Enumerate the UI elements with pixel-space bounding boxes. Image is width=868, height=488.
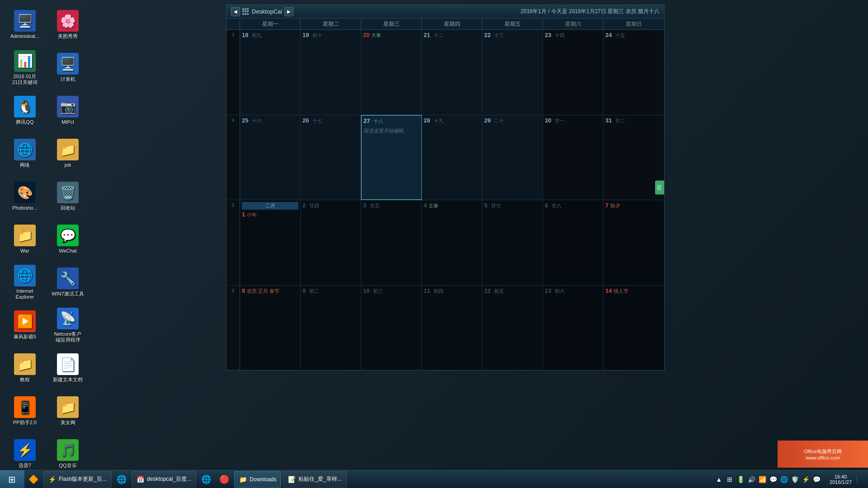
desktop-icon-baofeng5[interactable]: ▶️暴风影霸5 bbox=[5, 305, 45, 346]
taskbar-desktopcal-button[interactable]: 📅 desktopcal_百度... bbox=[132, 471, 196, 488]
calendar-day-feb4[interactable]: 4立春 bbox=[422, 200, 482, 285]
desktop-icon-war[interactable]: 📁War bbox=[5, 219, 45, 260]
start-button[interactable]: ⊞ bbox=[0, 470, 24, 488]
calendar-day-feb9[interactable]: 9初二 bbox=[301, 286, 361, 371]
desktop-icon-label-administrator: Administrat... bbox=[10, 33, 39, 39]
calendar-day-feb11[interactable]: 11初四 bbox=[422, 286, 482, 371]
system-tray: ▲ ⊞ 🔋 🔊 📶 💬 🌐 🛡️ ⚡ 💬 bbox=[711, 475, 825, 484]
calendar-day-jan19[interactable]: 19初十 bbox=[301, 30, 361, 115]
calendar-widget: ◀ DesktopCal ▶ 2016年1月 / 今天是 2016年1月27日 … bbox=[226, 5, 665, 371]
tray-battery-icon[interactable]: 🔋 bbox=[736, 475, 745, 484]
calendar-weekdays: 星期一 星期二 星期三 星期四 星期五 星期六 星期日 bbox=[226, 19, 664, 30]
calendar-day-jan25[interactable]: 25十六 bbox=[240, 115, 301, 200]
calendar-title: DesktopCal bbox=[252, 8, 282, 15]
calendar-day-feb5[interactable]: 5廿七 bbox=[482, 200, 543, 285]
tray-security-icon[interactable]: 🛡️ bbox=[790, 475, 799, 484]
desktop-icon-administrator[interactable]: 🖥️Administrat... bbox=[5, 5, 45, 45]
desktop-icon-label-ppzs: PP助手2.0 bbox=[13, 420, 37, 426]
desktop-icon-label-excel2016: 2016 01月 21日关键词 bbox=[12, 74, 38, 85]
calendar-day-jan27-today[interactable]: 27十八 双击这里开始编辑。 bbox=[361, 115, 422, 200]
weekday-tue: 星期二 bbox=[301, 19, 361, 29]
desktop-icon-meinv[interactable]: 📁美女网 bbox=[47, 391, 88, 432]
tray-wechat-icon[interactable]: 💬 bbox=[769, 475, 778, 484]
calendar-day-feb8[interactable]: 8 农历 正月 春节 bbox=[240, 286, 301, 371]
taskbar-notepad-button[interactable]: 📝 粘贴住_爱_萃样... bbox=[283, 471, 346, 488]
clock-date: 2016/1/27 bbox=[830, 479, 852, 485]
tray-network-icon[interactable]: 📶 bbox=[758, 475, 767, 484]
desktop-icon-computer[interactable]: 🖥️计算机 bbox=[47, 47, 88, 88]
calendar-day-jan22[interactable]: 22十三 bbox=[482, 30, 543, 115]
desktop-icon-photoshop[interactable]: 🎨Photosho... bbox=[5, 176, 45, 217]
calendar-day-feb14[interactable]: 14情人节 bbox=[604, 286, 664, 371]
taskbar-flash-button[interactable]: ⚡ Flash版本更新_百... bbox=[43, 471, 112, 488]
calendar-nav: ◀ DesktopCal ▶ bbox=[231, 7, 293, 16]
desktop-icon-netcore[interactable]: 📡Netcore客户 端应用程序 bbox=[47, 305, 88, 346]
tray-msg-icon[interactable]: 💬 bbox=[812, 475, 821, 484]
prev-month-button[interactable]: ◀ bbox=[231, 7, 240, 16]
calendar-day-feb2[interactable]: 2廿四 bbox=[301, 200, 361, 285]
desktop-icon-network[interactable]: 🌐网络 bbox=[5, 133, 45, 174]
taskbar-extra-icon[interactable]: 🔴 bbox=[215, 470, 233, 488]
calendar-day-jan29[interactable]: 29二十 bbox=[482, 115, 543, 200]
calendar-grid: 3 18初九 19初十 20大寒 21十二 22十三 bbox=[226, 30, 664, 370]
calendar-day-feb6[interactable]: 6廿八 bbox=[543, 200, 604, 285]
taskbar-desktopcal-icon[interactable]: 🌐 bbox=[113, 470, 131, 488]
calendar-day-jan28[interactable]: 28十九 bbox=[422, 115, 482, 200]
desktop-icon-label-war: War bbox=[20, 248, 29, 254]
desktop-icon-wechat[interactable]: 💬WeChat bbox=[47, 219, 88, 260]
calendar-day-jan26[interactable]: 26十七 bbox=[301, 115, 361, 200]
calendar-day-jan20[interactable]: 20大寒 bbox=[361, 30, 422, 115]
show-desktop-button[interactable] bbox=[857, 475, 866, 484]
taskbar-downloads-button[interactable]: 📁 Downloads bbox=[234, 471, 281, 488]
desktop-icon-ie[interactable]: 🌐Internet Explorer bbox=[5, 262, 45, 303]
desktop-icon-jiaocheng[interactable]: 📁教程 bbox=[5, 348, 45, 389]
desktop-icon-recycle[interactable]: 🗑️回收站 bbox=[47, 176, 88, 217]
taskbar-flash-icon[interactable]: 🔶 bbox=[24, 470, 42, 488]
desktop-icon-excel2016[interactable]: 📊2016 01月 21日关键词 bbox=[5, 47, 45, 88]
week-number-header bbox=[226, 19, 240, 29]
calendar-day-feb1[interactable]: 二月 1小年 bbox=[240, 200, 301, 285]
tray-thunder-icon[interactable]: ⚡ bbox=[801, 475, 810, 484]
calendar-day-feb3[interactable]: 3廿五 bbox=[361, 200, 422, 285]
calendar-day-feb12[interactable]: 12初五 bbox=[482, 286, 543, 371]
tray-expand-icon[interactable]: ▲ bbox=[714, 475, 723, 484]
taskbar-ie-icon[interactable]: 🌐 bbox=[197, 470, 215, 488]
week-num-5: 5 bbox=[226, 200, 240, 285]
desktop-icon-qq[interactable]: 🐧腾讯QQ bbox=[5, 90, 45, 131]
desktop-icon-meituixiu[interactable]: 🌸美图秀秀 bbox=[47, 5, 88, 45]
calendar-day-jan18[interactable]: 18初九 bbox=[240, 30, 301, 115]
desktop-icon-label-win7tools: WIN7激活工具 bbox=[52, 291, 84, 297]
calendar-header-info: 2016年1月 / 今天是 2016年1月27日 星期三 农历 腊月十八 bbox=[521, 8, 660, 15]
next-month-button[interactable]: ▶ bbox=[284, 7, 293, 16]
desktop-icon-job[interactable]: 📁job bbox=[47, 133, 88, 174]
desktop-icons-area: 🖥️Administrat...🌸美图秀秀📊2016 01月 21日关键词🖥️计… bbox=[0, 0, 95, 371]
desktop-icon-mtpcl[interactable]: 📷MtPcl bbox=[47, 90, 88, 131]
tray-qqbrowser-icon[interactable]: 🌐 bbox=[779, 475, 788, 484]
calendar-day-jan30[interactable]: 30廿一 bbox=[543, 115, 604, 200]
desktop-icon-thunder7[interactable]: ⚡迅雷7 bbox=[5, 434, 45, 474]
grid-view-icon[interactable] bbox=[242, 8, 250, 15]
week-num-3: 3 bbox=[226, 30, 240, 115]
side-note-button[interactable]: 50 bbox=[655, 180, 664, 194]
calendar-day-jan21[interactable]: 21十二 bbox=[422, 30, 482, 115]
calendar-day-jan24[interactable]: 24十五 bbox=[604, 30, 664, 115]
desktop: 🖥️Administrat...🌸美图秀秀📊2016 01月 21日关键词🖥️计… bbox=[0, 0, 868, 488]
week-num-6: 6 bbox=[226, 286, 240, 371]
desktop-icon-newdoc[interactable]: 📄新建文本文档 bbox=[47, 348, 88, 389]
calendar-day-feb10[interactable]: 10初三 bbox=[361, 286, 422, 371]
weekday-sun: 星期日 bbox=[604, 19, 664, 29]
calendar-day-feb13[interactable]: 13初六 bbox=[543, 286, 604, 371]
desktop-icon-ppzs[interactable]: 📱PP助手2.0 bbox=[5, 391, 45, 432]
ad-banner: Office电脑秀百网www.office.com bbox=[778, 441, 868, 468]
calendar-week-5: 5 二月 1小年 2廿四 3廿五 4立春 5廿七 bbox=[226, 200, 664, 286]
clock-area[interactable]: 16:40 2016/1/27 bbox=[826, 470, 855, 488]
calendar-day-jan23[interactable]: 23十四 bbox=[543, 30, 604, 115]
tray-grid-icon[interactable]: ⊞ bbox=[725, 475, 734, 484]
desktop-icon-qqmusic[interactable]: 🎵QQ音乐 bbox=[47, 434, 88, 474]
desktop-icon-win7tools[interactable]: 🔧WIN7激活工具 bbox=[47, 262, 88, 303]
tray-sound-icon[interactable]: 🔊 bbox=[747, 475, 756, 484]
calendar-day-feb7[interactable]: 7除夕 bbox=[604, 200, 664, 285]
clock-time: 16:40 bbox=[835, 474, 847, 479]
weekday-wed: 星期三 bbox=[361, 19, 422, 29]
taskbar-right: ▲ ⊞ 🔋 🔊 📶 💬 🌐 🛡️ ⚡ 💬 16:40 2016/1/27 bbox=[711, 470, 868, 488]
